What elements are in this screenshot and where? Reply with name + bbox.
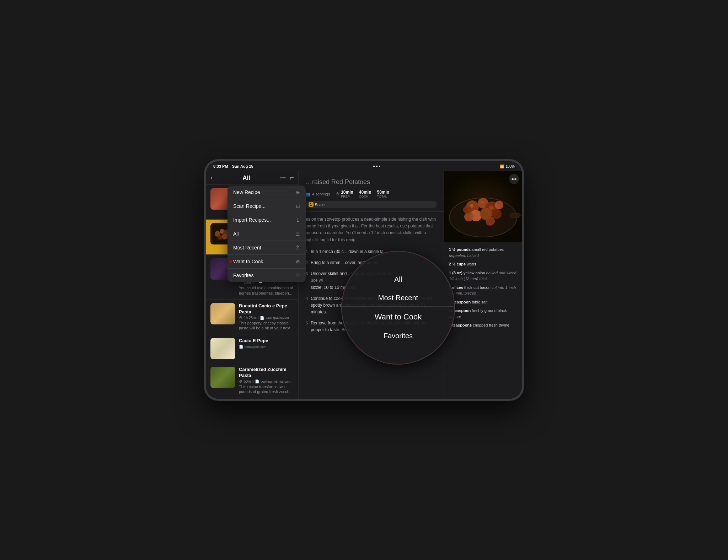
dropdown-label: Favorites (233, 273, 254, 278)
recipe-meta: 📄 bonappetit.com (239, 345, 294, 349)
dropdown-label: New Recipe (233, 189, 260, 195)
source-icon: 📄 (239, 345, 243, 349)
dropdown-item-new-recipe[interactable]: New Recipe ⊕ (228, 185, 306, 199)
scale-badge[interactable]: 1 Scale (306, 201, 437, 208)
scale-label: Scale (315, 203, 325, 207)
ingredient-item: 2 ½ cups water (449, 261, 517, 267)
prep-time: 10min (341, 190, 353, 195)
recipe-meta: ⏱ 50min 📄 cooking.nytimes.com (239, 379, 294, 383)
plus-circle-icon: ⊕ (296, 189, 300, 195)
step-number: 2 (306, 260, 308, 266)
circle-menu-item-want-to-cook[interactable]: Want to Cook (342, 308, 454, 326)
svg-point-19 (481, 201, 484, 204)
recipe-name: Bucatini Cacio e Pepe Pasta (239, 303, 294, 315)
back-button[interactable]: ‹ (210, 174, 213, 182)
svg-point-14 (464, 212, 473, 221)
circle-menu-item-most-recent[interactable]: Most Recent (342, 290, 454, 307)
recipe-image-container: ••• (444, 171, 522, 242)
sidebar-header: ‹ All ••• ⇄ (206, 171, 298, 185)
dropdown-menu: New Recipe ⊕ Scan Recipe... ⊡ Import Rec… (228, 185, 306, 282)
dropdown-label: Import Recipes... (233, 217, 271, 223)
list-item[interactable]: Bucatini Cacio e Pepe Pasta ⏱ 1h 25min 📄… (206, 300, 298, 334)
dropdown-item-want-to-cook[interactable]: Want to Cook ⊕ (228, 255, 306, 269)
status-center-dots (373, 166, 380, 167)
recipe-thumbnail (210, 367, 235, 388)
recipe-description-text: es on the stovetop produces a dead-simpl… (306, 216, 437, 243)
ingredient-item: 2 teaspoons chopped fresh thyme (449, 322, 517, 328)
status-right: 📶 100% (500, 165, 515, 168)
circle-menu: All Most Recent Want to Cook Favorites (341, 251, 455, 365)
step-text: In a 12-inch (30 c... down in a single l… (311, 248, 387, 255)
prep-label: PREP (341, 195, 353, 198)
bookmark-icon: ⊕ (296, 259, 300, 264)
download-icon: ⤓ (296, 217, 300, 223)
cook-label: COOK (359, 195, 371, 198)
recipe-meta: ⏱ 1h 25min 📄 tastingtable.com (239, 316, 294, 320)
ingredient-item: 1 (8 oz) yellow onion halved and sliced … (449, 270, 517, 282)
list-item[interactable]: Cacio E Pepe 📄 bonappetit.com (206, 334, 298, 363)
ingredients-panel: 1 ½ pounds small red potatoes unpeeled, … (444, 242, 522, 399)
wifi-icon: 📶 (500, 165, 504, 168)
list-item[interactable]: Caramelized Zucchini Pasta ⏱ 50min 📄 coo… (206, 363, 298, 398)
list-item[interactable]: Chicken Caprese Sandwich ⏱ 50min 📄 ohswe… (206, 398, 298, 399)
servings-stat: 👥 4 servings (306, 192, 330, 196)
dropdown-item-import-recipes[interactable]: Import Recipes... ⤓ (228, 213, 306, 227)
dropdown-item-all[interactable]: All ☰ (228, 227, 306, 241)
ingredient-item: ¼ teaspoon freshly ground black pepper (449, 308, 517, 319)
dropdown-label: Most Recent (233, 245, 261, 251)
app-container: ‹ All ••• ⇄ Authentic Italian Bruschetta… (206, 171, 522, 399)
more-button[interactable]: ••• (280, 175, 286, 181)
recipe-time: 1h 25min (244, 316, 258, 320)
sidebar-title: All (215, 174, 277, 182)
recipe-info: Bucatini Cacio e Pepe Pasta ⏱ 1h 25min 📄… (239, 303, 294, 330)
prep-stat: ⏱ 10min PREP (336, 190, 353, 198)
status-bar: 8:33 PM Sun Aug 15 📶 100% (206, 161, 522, 171)
step-number: 5 (306, 320, 308, 333)
svg-point-13 (492, 209, 502, 219)
recipe-source: cooking.nytimes.com (261, 380, 290, 383)
ingredient-item: ¼ teaspoon table salt (449, 299, 517, 305)
dropdown-item-scan-recipe[interactable]: Scan Recipe... ⊡ (228, 199, 306, 213)
svg-rect-21 (510, 213, 520, 217)
recipe-thumbnail (210, 338, 235, 359)
ingredient-item: 2 slices thick-cut bacon cut into 1-inch… (449, 285, 517, 296)
recipe-source: tastingtable.com (266, 316, 289, 319)
recent-icon: ⏱ (295, 245, 300, 251)
recipe-name: Caramelized Zucchini Pasta (239, 367, 294, 379)
image-more-button[interactable]: ••• (509, 174, 519, 184)
dropdown-item-most-recent[interactable]: Most Recent ⏱ (228, 241, 306, 255)
circle-menu-item-favorites[interactable]: Favorites (342, 328, 454, 344)
svg-point-18 (470, 204, 473, 208)
dropdown-label: All (233, 231, 239, 237)
right-panel: ••• 1 ½ pounds small red potatoes unpeel… (444, 171, 522, 399)
sidebar-actions: ••• ⇄ (280, 175, 294, 181)
total-time: 50min (377, 190, 390, 195)
svg-point-4 (222, 234, 228, 239)
dropdown-item-favorites[interactable]: Favorites ♡ (228, 269, 306, 282)
circle-menu-item-all[interactable]: All (342, 271, 454, 288)
dropdown-label: Scan Recipe... (233, 203, 266, 209)
step-number: 4 (306, 296, 308, 316)
scan-icon: ⊡ (296, 203, 300, 209)
recipe-description: This recipe transforms two pounds of gra… (239, 384, 294, 394)
recipe-description: You could use a combination of berries (… (239, 285, 294, 296)
total-stat: 50min TOTAL (377, 190, 390, 198)
filter-button[interactable]: ⇄ (290, 175, 294, 181)
time-icon: ⏱ (239, 379, 242, 383)
recipe-title: …raised Red Potatoes (306, 177, 437, 186)
servings-value: 4 servings (312, 192, 330, 196)
dropdown-label: Want to Cook (233, 259, 263, 264)
step-number: 1 (306, 249, 308, 255)
svg-point-15 (495, 201, 503, 209)
device-frame: 8:33 PM Sun Aug 15 📶 100% ‹ All ••• ⇄ (204, 159, 524, 401)
recipe-stats: 👥 4 servings ⏱ 10min PREP 40min COOK (306, 190, 437, 198)
time-icon: ⏱ (239, 316, 242, 320)
total-label: TOTAL (377, 195, 390, 198)
ingredient-item: 1 ½ pounds small red potatoes unpeeled, … (449, 247, 517, 258)
recipe-thumbnail (210, 303, 235, 324)
svg-point-16 (463, 206, 471, 214)
status-time: 8:33 PM Sun Aug 15 (213, 164, 253, 168)
source-icon: 📄 (255, 379, 259, 383)
step-number: 3 (306, 271, 308, 291)
person-icon: 👥 (306, 192, 311, 196)
